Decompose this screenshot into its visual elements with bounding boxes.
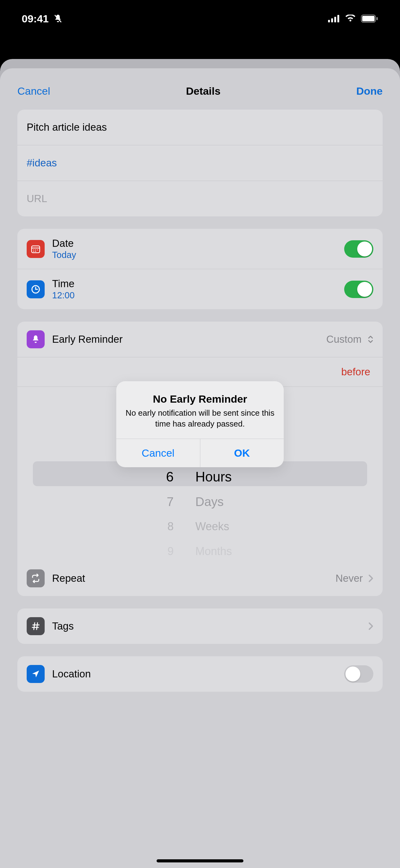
notes-field[interactable]: #ideas xyxy=(18,145,382,181)
svg-rect-1 xyxy=(328,20,330,22)
calendar-icon xyxy=(27,240,45,258)
repeat-label: Repeat xyxy=(52,572,335,584)
alert-cancel-button[interactable]: Cancel xyxy=(116,439,200,467)
repeat-value: Never xyxy=(335,572,363,584)
title-text: Pitch article ideas xyxy=(27,118,107,136)
done-button[interactable]: Done xyxy=(356,85,382,97)
url-field[interactable]: URL xyxy=(18,181,382,216)
chevron-updown-icon xyxy=(368,335,373,344)
status-bar: 09:41 xyxy=(0,0,400,37)
location-label: Location xyxy=(52,668,344,680)
title-card: Pitch article ideas #ideas URL xyxy=(18,110,382,216)
chevron-right-icon xyxy=(368,622,373,630)
time-row[interactable]: Time 12:00 xyxy=(18,269,382,309)
cellular-icon xyxy=(328,15,340,22)
date-label: Date xyxy=(52,238,344,249)
svg-rect-4 xyxy=(337,15,339,22)
date-toggle[interactable] xyxy=(344,240,373,258)
clock-icon xyxy=(27,280,45,298)
svg-point-11 xyxy=(35,249,36,250)
location-card: Location xyxy=(18,656,382,692)
nav-bar: Cancel Details Done xyxy=(0,78,400,110)
title-field[interactable]: Pitch article ideas xyxy=(18,110,382,145)
svg-rect-6 xyxy=(362,16,374,22)
alert-message: No early notification will be sent since… xyxy=(126,408,274,429)
svg-point-14 xyxy=(35,251,36,252)
bell-icon xyxy=(27,330,45,348)
before-label: before xyxy=(341,366,370,378)
hash-icon xyxy=(27,617,45,635)
location-row[interactable]: Location xyxy=(18,656,382,692)
url-placeholder: URL xyxy=(27,190,47,208)
time-value: 12:00 xyxy=(52,290,344,301)
wifi-icon xyxy=(345,14,356,23)
repeat-icon xyxy=(27,569,45,587)
alert-ok-button[interactable]: OK xyxy=(200,439,284,467)
tags-label: Tags xyxy=(52,620,366,632)
svg-rect-2 xyxy=(331,18,333,22)
nav-title: Details xyxy=(186,85,221,97)
date-value: Today xyxy=(52,250,344,260)
location-toggle[interactable] xyxy=(344,665,373,683)
tags-row[interactable]: Tags xyxy=(18,609,382,644)
repeat-row[interactable]: Repeat Never xyxy=(18,561,382,596)
home-indicator xyxy=(157,859,243,862)
svg-line-18 xyxy=(34,623,35,629)
location-icon xyxy=(27,665,45,683)
time-label: Time xyxy=(52,278,344,290)
early-reminder-label: Early Reminder xyxy=(52,333,326,345)
early-reminder-row[interactable]: Early Reminder Custom xyxy=(18,321,382,357)
early-reminder-value: Custom xyxy=(326,333,362,345)
tag-link: #ideas xyxy=(27,154,57,172)
dnd-icon xyxy=(54,14,62,23)
datetime-card: Date Today Time 12:00 xyxy=(18,229,382,309)
svg-rect-3 xyxy=(334,17,336,22)
svg-point-13 xyxy=(33,251,34,252)
status-time: 09:41 xyxy=(22,13,49,25)
date-row[interactable]: Date Today xyxy=(18,229,382,269)
battery-icon xyxy=(361,14,378,23)
alert-title: No Early Reminder xyxy=(126,393,274,405)
cancel-button[interactable]: Cancel xyxy=(18,85,50,97)
svg-point-10 xyxy=(33,249,34,250)
svg-line-19 xyxy=(37,623,37,629)
alert-modal: No Early Reminder No early notification … xyxy=(116,381,284,467)
tags-card: Tags xyxy=(18,609,382,644)
time-toggle[interactable] xyxy=(344,281,373,298)
details-sheet: Cancel Details Done Pitch article ideas … xyxy=(0,68,400,868)
svg-point-12 xyxy=(37,249,38,250)
chevron-right-icon xyxy=(368,574,373,582)
svg-rect-7 xyxy=(376,17,378,20)
